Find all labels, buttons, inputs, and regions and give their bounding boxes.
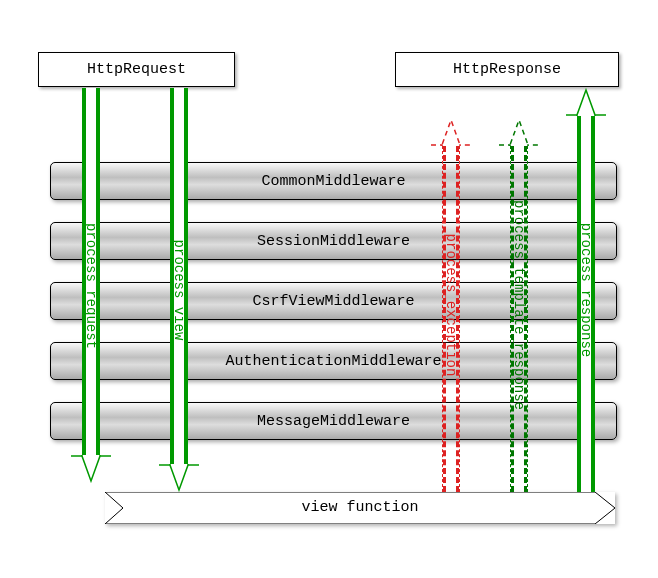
- arrow-label: process_template_response: [511, 200, 527, 410]
- view-function-ribbon: view function: [105, 492, 615, 524]
- http-request-label: HttpRequest: [87, 61, 186, 78]
- middleware-label: CommonMiddleware: [261, 173, 405, 190]
- middleware-label: SessionMiddleware: [257, 233, 410, 250]
- view-function-label: view function: [105, 499, 615, 516]
- middleware-label: MessageMiddleware: [257, 413, 410, 430]
- process-template-response-arrow: process_template_response: [498, 118, 540, 492]
- arrow-label: process_request: [83, 222, 99, 348]
- middleware-diagram: HttpRequest HttpResponse CommonMiddlewar…: [0, 0, 658, 578]
- arrow-label: process_exception: [443, 234, 459, 377]
- arrow-label: process_view: [171, 240, 187, 341]
- process-response-arrow: process_response: [565, 88, 607, 492]
- http-response-label: HttpResponse: [453, 61, 561, 78]
- process-exception-arrow: process_exception: [430, 118, 472, 492]
- middleware-label: AuthenticationMiddleware: [225, 353, 441, 370]
- http-request-box: HttpRequest: [38, 52, 235, 87]
- middleware-label: CsrfViewMiddleware: [252, 293, 414, 310]
- process-view-arrow: process_view: [158, 88, 200, 492]
- process-request-arrow: process_request: [70, 88, 112, 483]
- arrow-label: process_response: [578, 223, 594, 357]
- http-response-box: HttpResponse: [395, 52, 619, 87]
